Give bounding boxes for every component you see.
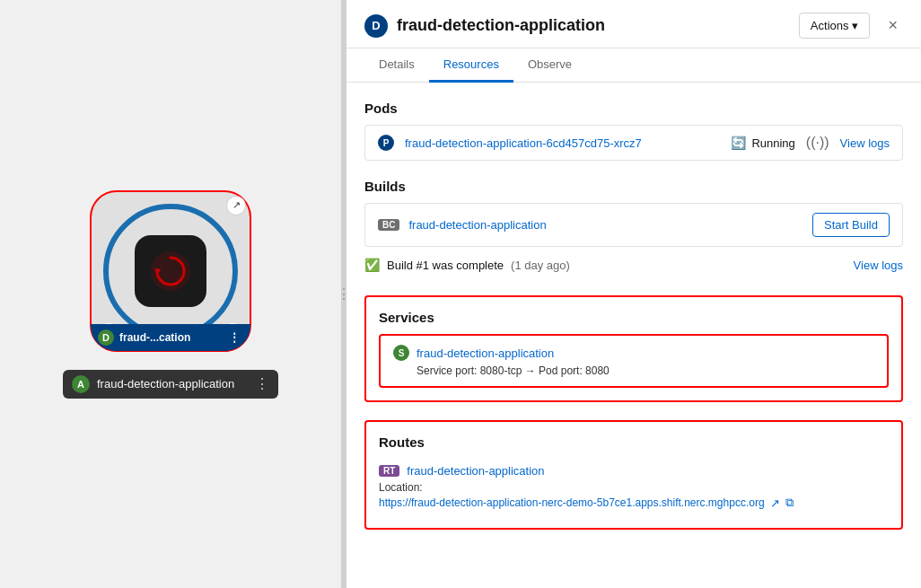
bottom-list-item: A fraud-detection-application ⋮ (63, 370, 278, 399)
build-view-logs-link[interactable]: View logs (854, 259, 903, 272)
services-section: Services S fraud-detection-application S… (364, 295, 903, 402)
node-label-text: fraud-...cation (119, 331, 220, 344)
radio-icon: ((·)) (806, 135, 829, 151)
right-panel: D fraud-detection-application Actions ▾ … (346, 0, 921, 588)
chevron-down-icon: ▾ (852, 19, 858, 32)
service-card: S fraud-detection-application Service po… (379, 334, 889, 388)
route-card: RT fraud-detection-application Location:… (379, 459, 889, 515)
service-port-info: Service port: 8080-tcp → Pod port: 8080 (417, 364, 874, 377)
builds-section: Builds BC fraud-detection-application St… (364, 179, 903, 277)
pods-section-title: Pods (364, 101, 903, 116)
topology-node-ring (103, 204, 238, 338)
service-s-badge: S (393, 345, 409, 361)
builds-section-title: Builds (364, 179, 903, 194)
build-bc-badge: BC (378, 219, 399, 231)
close-button[interactable]: × (882, 14, 903, 37)
route-name-link[interactable]: fraud-detection-application (407, 464, 544, 478)
route-url-link[interactable]: https://fraud-detection-application-nerc… (379, 496, 765, 509)
sync-icon: 🔄 (731, 136, 746, 150)
right-panel-header: D fraud-detection-application Actions ▾ … (346, 0, 921, 48)
bottom-item-kebab-button[interactable]: ⋮ (255, 375, 269, 392)
build-time: (1 day ago) (511, 259, 570, 272)
bottom-item-a-badge: A (72, 375, 90, 393)
node-kebab-button[interactable]: ⋮ (225, 329, 243, 346)
services-section-title: Services (379, 310, 889, 325)
pod-p-badge: P (378, 135, 394, 151)
external-link-badge[interactable]: ↗ (226, 196, 246, 215)
table-row: BC fraud-detection-application Start Bui… (364, 203, 903, 247)
left-panel: ↗ ✓ D fraud-...cation ⋮ A fraud-detectio… (0, 0, 341, 588)
pod-status: 🔄 Running (731, 136, 794, 150)
table-row: P fraud-detection-application-6cd457cd75… (364, 125, 903, 161)
pod-name-link[interactable]: fraud-detection-application-6cd457cd75-x… (405, 136, 720, 150)
page-title: fraud-detection-application (397, 16, 790, 35)
service-name-row: S fraud-detection-application (393, 345, 874, 361)
node-label-d-badge: D (98, 329, 114, 346)
build-complete-icon: ✅ (364, 258, 380, 272)
node-label-bar: D fraud-...cation ⋮ (91, 324, 250, 351)
tab-observe[interactable]: Observe (513, 48, 586, 83)
actions-label: Actions (811, 19, 849, 32)
actions-button[interactable]: Actions ▾ (799, 13, 871, 39)
pod-status-text: Running (751, 136, 794, 150)
route-copy-icon[interactable]: ⧉ (785, 496, 794, 510)
topology-node-inner (135, 235, 206, 307)
build-status-text: Build #1 was complete (387, 259, 504, 272)
start-build-button[interactable]: Start Build (812, 213, 890, 237)
right-content: Pods P fraud-detection-application-6cd45… (346, 83, 921, 588)
service-name-link[interactable]: fraud-detection-application (417, 347, 554, 360)
pods-section: Pods P fraud-detection-application-6cd45… (364, 101, 903, 161)
tabs-bar: Details Resources Observe (346, 48, 921, 83)
routes-section-title: Routes (379, 434, 889, 450)
route-location-label: Location: (379, 481, 889, 494)
tab-details[interactable]: Details (364, 48, 429, 83)
tab-resources[interactable]: Resources (429, 48, 513, 83)
route-url-row: https://fraud-detection-application-nerc… (379, 496, 889, 510)
pod-view-logs-link[interactable]: View logs (840, 136, 890, 150)
build-status-row: ✅ Build #1 was complete (1 day ago) View… (364, 252, 903, 277)
bottom-item-text: fraud-detection-application (97, 377, 248, 391)
route-name-row: RT fraud-detection-application (379, 464, 889, 478)
route-rt-badge: RT (379, 465, 399, 477)
build-name-link[interactable]: fraud-detection-application (408, 218, 803, 232)
topology-node-container: ↗ ✓ D fraud-...cation ⋮ (90, 190, 251, 352)
routes-section: Routes RT fraud-detection-application Lo… (364, 420, 903, 530)
app-icon (148, 249, 193, 294)
topology-node-outer: ↗ ✓ D fraud-...cation ⋮ (90, 190, 251, 352)
route-external-link-icon[interactable]: ↗ (770, 496, 780, 510)
header-d-badge: D (364, 14, 388, 38)
